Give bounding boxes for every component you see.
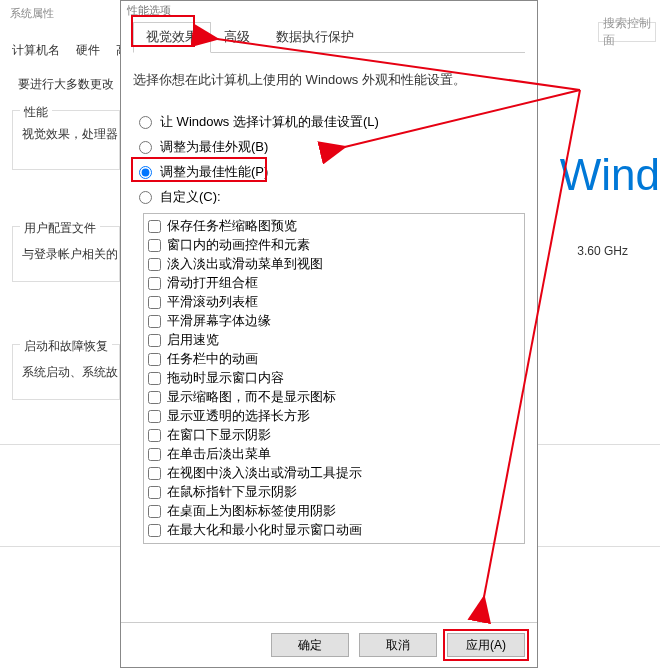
checklist-item-label: 任务栏中的动画 xyxy=(167,351,258,368)
radio-label: 调整为最佳性能(P) xyxy=(160,163,268,181)
checkbox-input[interactable] xyxy=(148,410,161,423)
checklist-item[interactable]: 显示亚透明的选择长方形 xyxy=(148,407,520,426)
radio-let-windows-choose[interactable]: 让 Windows 选择计算机的最佳设置(L) xyxy=(139,113,525,131)
radio-best-performance[interactable]: 调整为最佳性能(P) xyxy=(139,163,525,181)
checkbox-input[interactable] xyxy=(148,505,161,518)
checkbox-input[interactable] xyxy=(148,372,161,385)
checklist-item[interactable]: 平滑滚动列表框 xyxy=(148,293,520,312)
apply-button[interactable]: 应用(A) xyxy=(447,633,525,657)
checkbox-input[interactable] xyxy=(148,353,161,366)
tab-visual-effects[interactable]: 视觉效果 xyxy=(133,22,211,53)
checklist-item[interactable]: 平滑屏幕字体边缘 xyxy=(148,312,520,331)
checklist-item-label: 启用速览 xyxy=(167,332,219,349)
checkbox-input[interactable] xyxy=(148,334,161,347)
checkbox-input[interactable] xyxy=(148,429,161,442)
checklist-item-label: 平滑屏幕字体边缘 xyxy=(167,313,271,330)
checklist-item[interactable]: 拖动时显示窗口内容 xyxy=(148,369,520,388)
radio-label: 调整为最佳外观(B) xyxy=(160,138,268,156)
windows-brand-logo: Wind xyxy=(560,150,660,200)
radio-custom[interactable]: 自定义(C): xyxy=(139,188,525,206)
radio-label: 自定义(C): xyxy=(160,188,221,206)
checklist-item[interactable]: 在最大化和最小化时显示窗口动画 xyxy=(148,521,520,540)
checklist-item[interactable]: 窗口内的动画控件和元素 xyxy=(148,236,520,255)
checkbox-input[interactable] xyxy=(148,220,161,233)
bg-group-startup-label: 启动和故障恢复 xyxy=(20,338,112,355)
checklist-item[interactable]: 在单击后淡出菜单 xyxy=(148,445,520,464)
bg-window-title: 系统属性 xyxy=(10,6,54,21)
checklist-item[interactable]: 在视图中淡入淡出或滑动工具提示 xyxy=(148,464,520,483)
checklist-item[interactable]: 滑动打开组合框 xyxy=(148,274,520,293)
performance-options-dialog: 性能选项 视觉效果 高级 数据执行保护 选择你想在此计算机上使用的 Window… xyxy=(120,0,538,668)
visual-effects-checklist[interactable]: 保存任务栏缩略图预览窗口内的动画控件和元素淡入淡出或滑动菜单到视图滑动打开组合框… xyxy=(143,213,525,544)
checkbox-input[interactable] xyxy=(148,296,161,309)
checklist-item[interactable]: 在桌面上为图标标签使用阴影 xyxy=(148,502,520,521)
checklist-item[interactable]: 在窗口下显示阴影 xyxy=(148,426,520,445)
checklist-item[interactable]: 启用速览 xyxy=(148,331,520,350)
bg-startup-desc: 系统启动、系统故 xyxy=(22,364,118,381)
checkbox-input[interactable] xyxy=(148,315,161,328)
bg-tab-computer-name[interactable]: 计算机名 xyxy=(6,40,66,61)
checklist-item-label: 窗口内的动画控件和元素 xyxy=(167,237,310,254)
checklist-item[interactable]: 在鼠标指针下显示阴影 xyxy=(148,483,520,502)
bg-group-performance-label: 性能 xyxy=(20,104,52,121)
checklist-item[interactable]: 显示缩略图，而不是显示图标 xyxy=(148,388,520,407)
tab-advanced[interactable]: 高级 xyxy=(211,22,263,53)
checklist-item[interactable]: 任务栏中的动画 xyxy=(148,350,520,369)
checklist-item-label: 显示亚透明的选择长方形 xyxy=(167,408,310,425)
checkbox-input[interactable] xyxy=(148,391,161,404)
ok-button[interactable]: 确定 xyxy=(271,633,349,657)
checklist-item[interactable]: 保存任务栏缩略图预览 xyxy=(148,217,520,236)
checklist-item-label: 淡入淡出或滑动菜单到视图 xyxy=(167,256,323,273)
checklist-item[interactable]: 淡入淡出或滑动菜单到视图 xyxy=(148,255,520,274)
checklist-item-label: 在鼠标指针下显示阴影 xyxy=(167,484,297,501)
bg-tab-hardware[interactable]: 硬件 xyxy=(70,40,106,61)
checkbox-input[interactable] xyxy=(148,467,161,480)
radio-input[interactable] xyxy=(139,166,152,179)
dialog-footer: 确定 取消 应用(A) xyxy=(121,622,537,667)
radio-input[interactable] xyxy=(139,191,152,204)
checklist-item-label: 在最大化和最小化时显示窗口动画 xyxy=(167,522,362,539)
radio-input[interactable] xyxy=(139,141,152,154)
checklist-item-label: 在桌面上为图标标签使用阴影 xyxy=(167,503,336,520)
checkbox-input[interactable] xyxy=(148,258,161,271)
bg-userprof-desc: 与登录帐户相关的 xyxy=(22,246,118,263)
checklist-item-label: 平滑滚动列表框 xyxy=(167,294,258,311)
bg-perf-desc: 视觉效果，处理器 xyxy=(22,126,118,143)
checklist-item-label: 拖动时显示窗口内容 xyxy=(167,370,284,387)
bg-tabs: 计算机名 硬件 高 xyxy=(6,40,134,61)
dialog-instruction: 选择你想在此计算机上使用的 Windows 外观和性能设置。 xyxy=(133,71,525,89)
bg-group-userprofiles-label: 用户配置文件 xyxy=(20,220,100,237)
cancel-button[interactable]: 取消 xyxy=(359,633,437,657)
checklist-item-label: 保存任务栏缩略图预览 xyxy=(167,218,297,235)
checklist-item-label: 显示缩略图，而不是显示图标 xyxy=(167,389,336,406)
checklist-item-label: 在单击后淡出菜单 xyxy=(167,446,271,463)
bg-cpu-freq: 3.60 GHz xyxy=(577,244,628,258)
checkbox-input[interactable] xyxy=(148,524,161,537)
radio-group: 让 Windows 选择计算机的最佳设置(L) 调整为最佳外观(B) 调整为最佳… xyxy=(139,113,525,206)
checklist-item-label: 在视图中淡入淡出或滑动工具提示 xyxy=(167,465,362,482)
radio-label: 让 Windows 选择计算机的最佳设置(L) xyxy=(160,113,379,131)
checkbox-input[interactable] xyxy=(148,486,161,499)
checkbox-input[interactable] xyxy=(148,448,161,461)
bg-instruction-text: 要进行大多数更改 xyxy=(18,76,114,93)
checklist-item-label: 滑动打开组合框 xyxy=(167,275,258,292)
checklist-item-label: 在窗口下显示阴影 xyxy=(167,427,271,444)
checkbox-input[interactable] xyxy=(148,239,161,252)
checkbox-input[interactable] xyxy=(148,277,161,290)
dialog-title: 性能选项 xyxy=(121,1,537,21)
tab-dep[interactable]: 数据执行保护 xyxy=(263,22,367,53)
dialog-tabstrip: 视觉效果 高级 数据执行保护 xyxy=(133,21,525,53)
radio-best-appearance[interactable]: 调整为最佳外观(B) xyxy=(139,138,525,156)
bg-search-input[interactable]: 搜索控制面 xyxy=(598,22,656,42)
radio-input[interactable] xyxy=(139,116,152,129)
